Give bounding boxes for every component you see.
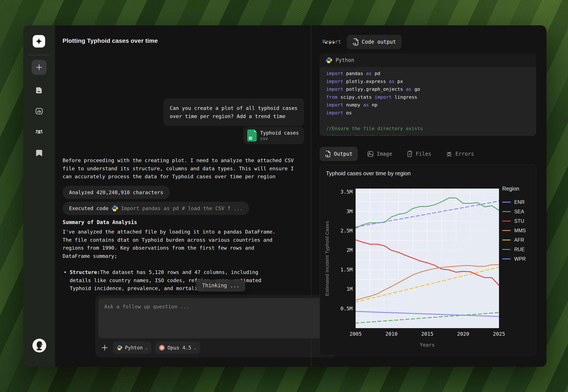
code-line: [326, 117, 530, 125]
document-icon: [35, 86, 43, 94]
tab-errors[interactable]: Errors: [441, 147, 479, 161]
code-line: import numpy as np: [326, 101, 530, 109]
legend-line-sample: [502, 211, 511, 212]
python-icon: [117, 345, 122, 350]
summary-body: I've analyzed the attached file by loadi…: [63, 228, 275, 260]
legend-line-sample: [502, 230, 511, 231]
tab-code-output[interactable]: Code output: [347, 35, 402, 49]
attachment-title: Typhoid cases: [260, 130, 299, 136]
analyzed-chip[interactable]: Analyzed 420,248,910 characters: [63, 186, 170, 199]
y-tick-label: 1.5M: [327, 267, 353, 273]
chat-panel: Plotting Typhoid cases over time Can you…: [55, 25, 311, 367]
bullet-bold: Structure:: [70, 269, 100, 275]
chart-legend: Region ENRSEASTUMMSAFRRUEWPR: [502, 186, 534, 264]
legend-line-sample: [502, 239, 511, 240]
executed-code-chip[interactable]: Executed code Import pandas as pd # load…: [63, 202, 249, 215]
legend-line-sample: [502, 258, 511, 259]
code-line: import plotly.express as px: [326, 78, 530, 85]
legend-line-sample: [502, 202, 511, 203]
python-icon: [111, 205, 118, 211]
followup-input[interactable]: [98, 298, 333, 338]
code-card: Python import pandas as pdimport plotly.…: [320, 53, 536, 136]
user-message: Can you create a plot of all typhoid cas…: [163, 98, 304, 126]
legend-label: ENR: [514, 199, 525, 205]
code-file-icon: [352, 38, 359, 46]
summary-bullet: • Structure:The dataset has 5,120 rows a…: [64, 268, 279, 293]
panel-tabs: Report Code output: [322, 35, 402, 49]
legend-label: STU: [514, 218, 524, 224]
legend-item-ENR: ENR: [502, 197, 534, 207]
tab-report[interactable]: Report: [322, 39, 341, 45]
legend-item-MMS: MMS: [502, 226, 534, 235]
sparkle-icon: [35, 38, 42, 45]
sidebar-item-documents[interactable]: [32, 83, 47, 98]
tab-files[interactable]: Files: [402, 147, 436, 161]
sidebar: [23, 25, 55, 367]
x-tick-label: 2010: [379, 331, 404, 337]
legend-item-AFR: AFR: [502, 235, 534, 245]
code-language-label: Python: [336, 57, 354, 63]
plus-icon: [101, 344, 108, 351]
thinking-indicator: Thinking ...: [196, 280, 245, 292]
avatar[interactable]: [32, 339, 46, 352]
legend-item-WPR: WPR: [502, 254, 534, 264]
plus-icon: [35, 63, 43, 71]
x-tick-label: 2020: [450, 331, 476, 337]
code-block[interactable]: import pandas as pdimport plotly.express…: [320, 67, 536, 136]
sidebar-item-people[interactable]: [32, 125, 47, 140]
tab-files-label: Files: [416, 151, 431, 157]
legend-line-sample: [502, 249, 511, 250]
legend-label: RUE: [514, 247, 525, 252]
tool-label: Pyhton: [125, 345, 143, 350]
chevron-down-icon: ⌄: [145, 346, 148, 350]
legend-item-STU: STU: [502, 216, 534, 226]
image-icon: [367, 151, 374, 157]
executed-code-label: Executed code: [69, 205, 109, 211]
model-selector[interactable]: Opus 4.5 ⌄: [155, 342, 200, 354]
attachment-card[interactable]: Typhoid cases csv: [243, 127, 304, 144]
legend-label: WPR: [514, 256, 526, 262]
code-line: from scipy.stats import lingress: [326, 93, 530, 101]
code-card-header: Python: [320, 53, 536, 67]
model-label: Opus 4.5: [167, 345, 191, 350]
tab-image[interactable]: Image: [362, 147, 397, 161]
analyzed-chip-label: Analyzed 420,248,910 characters: [69, 189, 163, 196]
legend-item-SEA: SEA: [502, 207, 534, 216]
bullet-marker: •: [64, 268, 67, 293]
y-tick-label: 2M: [327, 247, 353, 253]
chart-plot-area: [356, 189, 499, 328]
new-chat-button[interactable]: [32, 60, 47, 75]
code-line: //Ensure the file directory exists: [326, 125, 530, 133]
x-tick-label: 2025: [486, 331, 512, 337]
composer: Pyhton ⌄ Opus 4.5 ⌄: [95, 295, 336, 357]
x-tick-label: 2005: [343, 331, 369, 337]
sidebar-divider: [28, 55, 50, 55]
output-panel: Report Code output Python import pandas …: [311, 25, 546, 367]
executed-code-snippet: Import pandas as pd # load the CSV f ...: [121, 205, 243, 211]
summary-heading: Summary of Data Analysis: [63, 219, 137, 225]
attachment-subtitle: csv: [260, 136, 299, 141]
tab-code-output-label: Code output: [362, 39, 396, 45]
bar-chart-icon: [35, 107, 43, 115]
tool-selector[interactable]: Pyhton ⌄: [113, 342, 152, 354]
chart-x-axis-label: Years: [356, 342, 499, 348]
legend-label: SEA: [514, 209, 524, 215]
code-line: import os: [326, 109, 530, 117]
legend-label: MMS: [514, 228, 526, 234]
app-logo[interactable]: [33, 35, 45, 47]
tab-output[interactable]: Output: [320, 147, 358, 161]
code-file-icon: [325, 151, 331, 157]
legend-item-RUE: RUE: [502, 245, 534, 254]
page-title: Plotting Typhoid cases over time: [63, 37, 158, 44]
y-tick-label: 0.5M: [327, 306, 353, 312]
people-icon: [35, 128, 43, 136]
code-line: import potlyy.graph_onjects as go: [326, 85, 530, 93]
sidebar-item-analytics[interactable]: [32, 104, 47, 119]
chevron-down-icon: ⌄: [194, 346, 196, 350]
sidebar-item-bookmarks[interactable]: [32, 146, 47, 161]
composer-controls: Pyhton ⌄ Opus 4.5 ⌄: [95, 341, 336, 354]
chart-card: Typhoid cases over time by region Estima…: [320, 165, 536, 355]
attach-button[interactable]: [100, 343, 110, 352]
legend-line-sample: [502, 221, 511, 222]
python-icon: [326, 57, 332, 63]
